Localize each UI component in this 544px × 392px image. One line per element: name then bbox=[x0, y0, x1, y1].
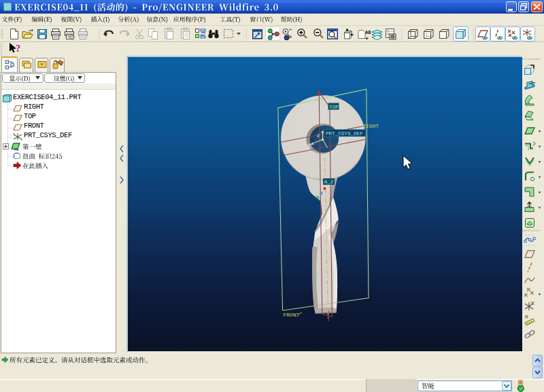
svg-text:PRT_CSYS_DEF: PRT_CSYS_DEF bbox=[326, 131, 363, 137]
svg-text:?: ? bbox=[16, 43, 20, 54]
svg-text:AB: AB bbox=[365, 30, 371, 35]
svg-text:TOP: TOP bbox=[329, 105, 339, 110]
svg-text:0: 0 bbox=[71, 35, 73, 40]
svg-text:A_2: A_2 bbox=[324, 179, 333, 185]
svg-text:z: z bbox=[317, 133, 320, 139]
svg-text:y: y bbox=[308, 143, 311, 148]
svg-text:RIGHT: RIGHT bbox=[362, 123, 379, 129]
svg-text:FRONT: FRONT bbox=[284, 312, 300, 318]
